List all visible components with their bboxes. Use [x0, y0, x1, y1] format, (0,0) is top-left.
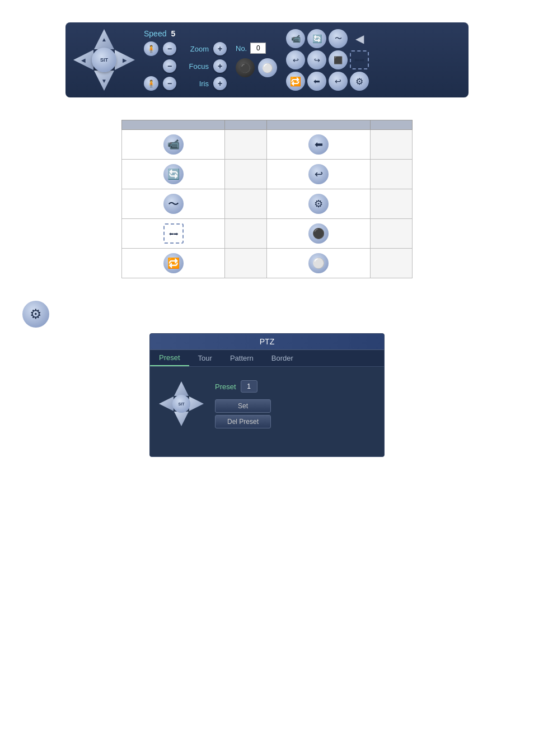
table-cell-icon-5: 〜 — [122, 189, 225, 219]
tab-border[interactable]: Border — [263, 350, 302, 366]
gear-icon[interactable]: ⚙ — [350, 72, 369, 91]
preset-buttons: Set Del Preset — [215, 399, 271, 428]
no-section: No. ⚫ ⚪ — [236, 43, 277, 77]
table-row: 〜 ⚙ — [122, 189, 413, 219]
table-cell-desc-2 — [225, 160, 267, 189]
zoom-minus-button[interactable]: − — [163, 42, 176, 55]
col-header-2 — [225, 120, 267, 130]
iris-minus-button[interactable]: − — [163, 77, 176, 90]
tab-pattern[interactable]: Pattern — [221, 350, 263, 366]
table-cell-icon-6: ⚙ — [267, 189, 370, 219]
button-icon-2[interactable]: ⚪ — [258, 58, 277, 77]
preset-value-input[interactable] — [241, 380, 257, 393]
mini-dpad-right[interactable] — [189, 396, 204, 411]
dpad-down-button[interactable]: ▼ — [94, 71, 114, 91]
directional-pad: ▲ ▼ ◀ ▶ SIT — [73, 29, 135, 91]
gear-standalone-section: ⚙ — [22, 301, 512, 328]
mini-dpad-left[interactable] — [159, 396, 174, 411]
table-cell-icon-10: ⚪ — [267, 249, 370, 278]
table-cell-desc-6 — [370, 189, 412, 219]
table-row: 📹 ⬅ — [122, 130, 413, 160]
no-label: No. — [236, 44, 247, 53]
ptz-control-panel: ▲ ▼ ◀ ▶ SIT Speed 5 🧍 − Zoom + − Focus +… — [65, 22, 469, 97]
tab-tour[interactable]: Tour — [189, 350, 221, 366]
reference-table-container: 📹 ⬅ 🔄 ↩ 〜 — [121, 120, 413, 278]
camera-record-td-icon: 📹 — [163, 134, 184, 155]
gear-td-icon: ⚙ — [308, 194, 329, 214]
dpad-center-button[interactable]: SIT — [92, 48, 116, 72]
reference-table: 📹 ⬅ 🔄 ↩ 〜 — [121, 120, 413, 278]
waveform-icon[interactable]: 〜 — [329, 29, 348, 48]
flip-td-icon: 🔄 — [163, 164, 184, 184]
iris-label: Iris — [181, 80, 209, 88]
undo-icon[interactable]: ↩ — [329, 72, 348, 91]
table-row: 🔄 ↩ — [122, 160, 413, 189]
speed-row: Speed 5 — [144, 29, 227, 38]
tab-preset[interactable]: Preset — [150, 350, 189, 366]
person-icon: 🧍 — [144, 41, 158, 56]
waveform-td-icon: 〜 — [163, 194, 184, 214]
flip-icon[interactable]: 🔄 — [307, 29, 326, 48]
zoom-focus-iris-controls: Speed 5 🧍 − Zoom + − Focus + 🧍 − Iris + — [144, 29, 227, 91]
return-icon[interactable]: ↪ — [307, 50, 326, 69]
tour-icon[interactable]: ↩ — [286, 50, 305, 69]
table-cell-desc-1 — [225, 130, 267, 160]
expand-td-icon: ⬅➡ — [163, 223, 184, 244]
zoom-row: 🧍 − Zoom + — [144, 41, 227, 56]
ptz-mini-dpad: SIT — [159, 381, 204, 426]
preset-label: Preset — [215, 382, 236, 391]
iris-row: 🧍 − Iris + — [144, 76, 227, 91]
ptz-menu-right: Preset Set Del Preset — [215, 376, 271, 447]
camera-record-icon[interactable]: 📹 — [286, 29, 305, 48]
mini-dpad-down[interactable] — [174, 412, 189, 426]
table-cell-icon-7: ⬅➡ — [122, 219, 225, 249]
mini-dpad-up[interactable] — [174, 381, 189, 396]
preset-row: Preset — [215, 380, 271, 393]
set-button[interactable]: Set — [215, 399, 271, 413]
iris-icon: 🧍 — [144, 76, 158, 91]
white-circle-td-icon: ⚪ — [308, 253, 329, 273]
focus-label: Focus — [181, 62, 209, 71]
gear-standalone-icon[interactable]: ⚙ — [22, 301, 49, 328]
speed-value: 5 — [171, 29, 175, 38]
col-header-4 — [370, 120, 412, 130]
replay-icon[interactable]: 🔁 — [286, 72, 305, 91]
table-cell-icon-9: 🔁 — [122, 249, 225, 278]
icon-grid: 📹 🔄 〜 ◀ ↩ ↪ ⬛ ⬅➡ 🔁 ⬅ ↩ ⚙ — [286, 29, 369, 91]
expand-icon[interactable]: ⬅➡ — [350, 50, 369, 69]
table-cell-icon-8: ⚫ — [267, 219, 370, 249]
focus-row: − Focus + — [144, 59, 227, 73]
black-circle-td-icon: ⚫ — [308, 223, 329, 244]
table-cell-desc-4 — [370, 160, 412, 189]
dpad-up-button[interactable]: ▲ — [94, 29, 114, 49]
table-cell-desc-7 — [225, 219, 267, 249]
zoom-plus-button[interactable]: + — [213, 42, 227, 55]
table-cell-desc-8 — [370, 219, 412, 249]
focus-plus-button[interactable]: + — [213, 59, 227, 73]
table-cell-icon-3: ⬅ — [267, 130, 370, 160]
table-cell-desc-9 — [225, 249, 267, 278]
iris-plus-button[interactable]: + — [213, 77, 227, 90]
right-arrow-icon[interactable]: ◀ — [350, 29, 369, 48]
left-arrow-td-icon: ⬅ — [308, 134, 329, 155]
mini-dpad-center[interactable]: SIT — [172, 395, 190, 413]
dpad-left-button[interactable]: ◀ — [73, 50, 93, 70]
table-cell-icon-4: ↩ — [267, 160, 370, 189]
ptz-menu-panel: PTZ Preset Tour Pattern Border SIT Prese… — [149, 333, 385, 457]
ptz-menu-title: PTZ — [150, 334, 384, 350]
no-row: No. — [236, 43, 266, 54]
arrow-left-icon[interactable]: ⬅ — [307, 72, 326, 91]
dpad-right-button[interactable]: ▶ — [115, 50, 135, 70]
col-header-1 — [122, 120, 225, 130]
del-preset-button[interactable]: Del Preset — [215, 415, 271, 428]
undo-td-icon: ↩ — [308, 164, 329, 184]
table-cell-desc-3 — [370, 130, 412, 160]
col-header-3 — [267, 120, 370, 130]
table-row: 🔁 ⚪ — [122, 249, 413, 278]
button-icon-1[interactable]: ⚫ — [236, 58, 255, 77]
ptz-menu-tabs: Preset Tour Pattern Border — [150, 350, 384, 367]
left-right-icon[interactable]: ⬛ — [329, 50, 348, 69]
focus-minus-button[interactable]: − — [163, 59, 176, 73]
zoom-label: Zoom — [181, 45, 209, 53]
no-input[interactable] — [250, 43, 266, 54]
